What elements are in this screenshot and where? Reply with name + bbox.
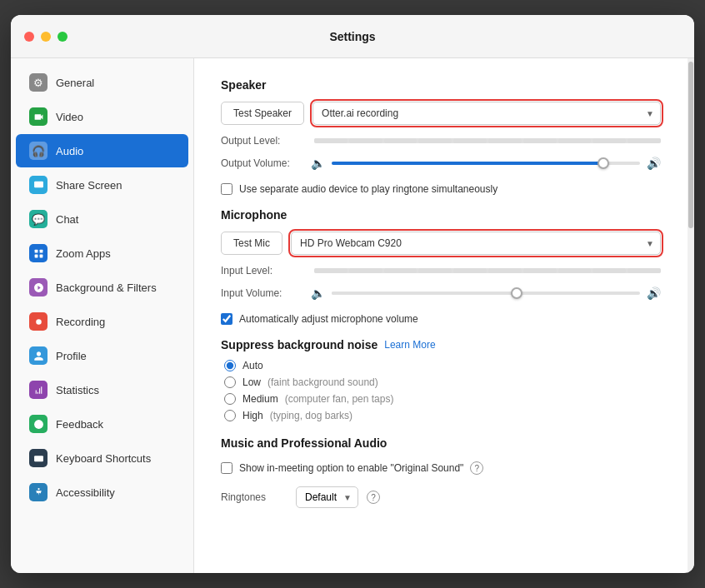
sidebar: ⚙ General Video 🎧 Audio Share Screen bbox=[11, 58, 194, 573]
suppress-title: Suppress background noise bbox=[221, 338, 378, 351]
sidebar-item-audio[interactable]: 🎧 Audio bbox=[16, 134, 188, 167]
input-volume-high-icon: 🔊 bbox=[647, 287, 661, 300]
input-level-row: Input Level: bbox=[221, 265, 661, 277]
sidebar-item-background-filters[interactable]: Background & Filters bbox=[16, 271, 188, 304]
ringtones-label: Ringtones bbox=[221, 491, 288, 503]
noise-auto-row: Auto bbox=[224, 360, 661, 371]
sidebar-item-share-screen[interactable]: Share Screen bbox=[16, 168, 188, 202]
sidebar-item-recording[interactable]: Recording bbox=[16, 305, 188, 338]
settings-window: Settings ⚙ General Video 🎧 Audio bbox=[11, 15, 694, 573]
noise-medium-radio[interactable] bbox=[224, 393, 236, 405]
close-button[interactable] bbox=[24, 32, 34, 42]
input-seg-1 bbox=[314, 268, 348, 273]
sidebar-label-video: Video bbox=[56, 111, 83, 123]
input-level-bar bbox=[314, 268, 661, 273]
zoom-apps-icon bbox=[29, 244, 48, 262]
profile-icon bbox=[29, 346, 48, 365]
noise-high-label: High bbox=[242, 410, 263, 421]
input-seg-6 bbox=[488, 268, 522, 273]
sidebar-item-keyboard-shortcuts[interactable]: Keyboard Shortcuts bbox=[16, 441, 188, 475]
separate-device-checkbox[interactable] bbox=[221, 183, 232, 195]
level-seg-9 bbox=[592, 138, 626, 143]
input-seg-2 bbox=[349, 268, 382, 273]
svg-rect-3 bbox=[34, 254, 38, 257]
level-seg-1 bbox=[314, 138, 348, 143]
ringtones-select[interactable]: Default bbox=[296, 486, 358, 508]
noise-low-radio[interactable] bbox=[224, 376, 236, 388]
svg-point-5 bbox=[36, 319, 42, 325]
show-original-row: Show in-meeting option to enable "Origin… bbox=[221, 461, 661, 475]
input-level-label: Input Level: bbox=[221, 265, 304, 277]
maximize-button[interactable] bbox=[58, 32, 68, 42]
noise-medium-row: Medium (computer fan, pen taps) bbox=[224, 393, 661, 405]
speaker-select[interactable]: Otter.ai recording bbox=[312, 102, 661, 125]
output-volume-label: Output Volume: bbox=[221, 157, 304, 169]
sidebar-item-general[interactable]: ⚙ General bbox=[16, 66, 188, 99]
ringtones-select-wrap: Default ▼ bbox=[296, 486, 358, 508]
share-screen-icon bbox=[29, 176, 48, 194]
minimize-button[interactable] bbox=[41, 32, 51, 42]
sidebar-item-feedback[interactable]: Feedback bbox=[16, 407, 188, 441]
svg-point-10 bbox=[38, 488, 39, 490]
input-volume-thumb[interactable] bbox=[511, 287, 522, 299]
noise-low-row: Low (faint background sound) bbox=[224, 376, 661, 388]
auto-adjust-label: Automatically adjust microphone volume bbox=[239, 313, 418, 325]
sidebar-label-share-screen: Share Screen bbox=[56, 179, 122, 192]
noise-medium-label: Medium bbox=[242, 393, 278, 405]
sidebar-item-profile[interactable]: Profile bbox=[16, 339, 188, 372]
sidebar-label-keyboard-shortcuts: Keyboard Shortcuts bbox=[56, 452, 151, 465]
sidebar-label-recording: Recording bbox=[56, 316, 105, 328]
input-seg-7 bbox=[523, 268, 557, 273]
noise-high-radio[interactable] bbox=[224, 410, 236, 421]
show-original-checkbox[interactable] bbox=[221, 462, 232, 474]
speaker-select-wrap: Otter.ai recording ▼ bbox=[312, 102, 661, 125]
volume-high-icon: 🔊 bbox=[647, 157, 661, 170]
mic-select-wrap: HD Pro Webcam C920 ▼ bbox=[291, 232, 661, 255]
learn-more-link[interactable]: Learn More bbox=[384, 339, 435, 351]
show-original-label: Show in-meeting option to enable "Origin… bbox=[239, 462, 463, 474]
input-volume-row: Input Volume: 🔈 🔊 bbox=[221, 285, 661, 301]
test-mic-button[interactable]: Test Mic bbox=[221, 232, 282, 255]
level-seg-2 bbox=[349, 138, 382, 143]
volume-thumb[interactable] bbox=[598, 157, 609, 169]
keyboard-shortcuts-icon bbox=[29, 449, 48, 467]
input-seg-5 bbox=[453, 268, 487, 273]
ringtones-help-icon[interactable]: ? bbox=[367, 491, 380, 504]
sidebar-label-profile: Profile bbox=[56, 350, 87, 362]
noise-radio-group: Auto Low (faint background sound) Medium… bbox=[221, 360, 661, 421]
noise-auto-radio[interactable] bbox=[224, 360, 236, 371]
show-original-help-icon[interactable]: ? bbox=[470, 461, 483, 475]
ringtones-row: Ringtones Default ▼ ? bbox=[221, 486, 661, 508]
input-seg-9 bbox=[592, 268, 626, 273]
mic-select[interactable]: HD Pro Webcam C920 bbox=[291, 232, 661, 255]
music-section-title: Music and Professional Audio bbox=[221, 436, 661, 450]
sidebar-label-audio: Audio bbox=[56, 145, 83, 157]
sidebar-item-accessibility[interactable]: Accessibility bbox=[16, 476, 188, 509]
input-volume-slider[interactable] bbox=[332, 285, 640, 301]
sidebar-item-video[interactable]: Video bbox=[16, 100, 188, 133]
main-area: ⚙ General Video 🎧 Audio Share Screen bbox=[11, 58, 694, 573]
test-speaker-button[interactable]: Test Speaker bbox=[221, 102, 304, 125]
svg-rect-9 bbox=[34, 456, 43, 461]
output-volume-slider[interactable] bbox=[332, 155, 640, 172]
noise-medium-sublabel: (computer fan, pen taps) bbox=[285, 393, 394, 405]
input-volume-label: Input Volume: bbox=[221, 287, 304, 299]
output-volume-row: Output Volume: 🔈 🔊 bbox=[221, 155, 661, 172]
sidebar-item-chat[interactable]: 💬 Chat bbox=[16, 202, 188, 236]
svg-point-8 bbox=[39, 422, 40, 423]
sidebar-item-statistics[interactable]: Statistics bbox=[16, 373, 188, 406]
sidebar-item-zoom-apps[interactable]: Zoom Apps bbox=[16, 237, 188, 270]
scrollbar[interactable] bbox=[688, 58, 694, 573]
noise-high-sublabel: (typing, dog barks) bbox=[270, 410, 352, 421]
scrollbar-thumb[interactable] bbox=[688, 62, 693, 228]
sidebar-label-background-filters: Background & Filters bbox=[56, 282, 157, 294]
statistics-icon bbox=[29, 381, 48, 399]
sidebar-label-statistics: Statistics bbox=[56, 384, 99, 396]
auto-adjust-checkbox[interactable] bbox=[221, 313, 232, 325]
separate-device-row: Use separate audio device to play ringto… bbox=[221, 183, 661, 195]
noise-high-row: High (typing, dog barks) bbox=[224, 410, 661, 421]
output-level-row: Output Level: bbox=[221, 135, 661, 147]
input-seg-8 bbox=[558, 268, 592, 273]
noise-low-sublabel: (faint background sound) bbox=[268, 376, 378, 388]
accessibility-icon bbox=[29, 483, 48, 501]
